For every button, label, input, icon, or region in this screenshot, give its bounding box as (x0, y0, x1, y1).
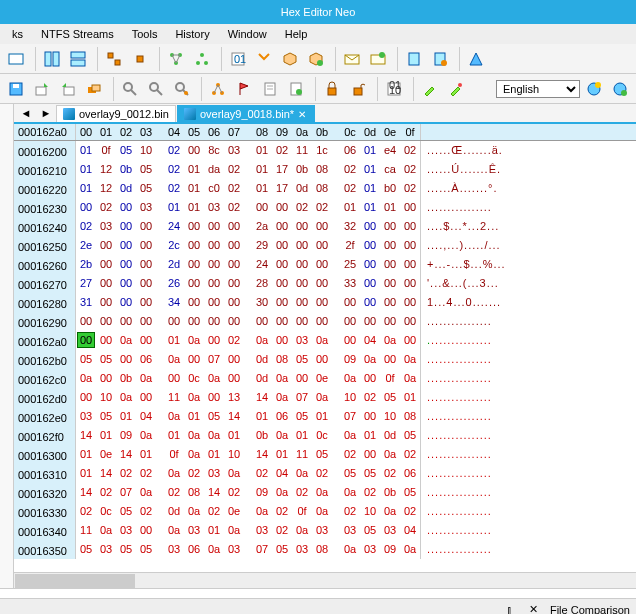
byte-cell[interactable]: 0a (312, 483, 332, 502)
wrench-icon[interactable] (252, 47, 276, 71)
hex-row[interactable]: 000162502e0000002c000000290000002f000000… (14, 236, 636, 255)
byte-cell[interactable]: 05 (292, 350, 312, 369)
byte-cell[interactable]: 00 (312, 312, 332, 331)
byte-cell[interactable]: 00 (204, 312, 224, 331)
byte-cell[interactable]: 0a (116, 388, 136, 407)
byte-cell[interactable]: 02 (400, 179, 420, 198)
byte-cell[interactable]: 00 (360, 407, 380, 426)
byte-cell[interactable]: 01 (292, 426, 312, 445)
window-tile-icon[interactable] (40, 47, 64, 71)
byte-cell[interactable]: 14 (204, 483, 224, 502)
byte-cell[interactable]: 0b (292, 160, 312, 179)
byte-cell[interactable]: 02 (272, 521, 292, 540)
language-select[interactable]: English (496, 80, 580, 98)
byte-cell[interactable]: 02 (292, 198, 312, 217)
byte-cell[interactable]: 06 (136, 350, 156, 369)
byte-cell[interactable]: 05 (292, 407, 312, 426)
binary-icon[interactable]: 01 (226, 47, 250, 71)
hex-row[interactable]: 0001623000020003010103020000020201010100… (14, 198, 636, 217)
byte-cell[interactable]: 03 (252, 521, 272, 540)
menu-item[interactable]: ks (4, 26, 31, 42)
byte-cell[interactable]: 02 (116, 464, 136, 483)
byte-cell[interactable]: 00 (76, 312, 96, 331)
byte-cell[interactable]: 00 (136, 388, 156, 407)
byte-cell[interactable]: 0a (136, 483, 156, 502)
byte-cell[interactable]: 0a (312, 502, 332, 521)
box-icon[interactable] (304, 47, 328, 71)
byte-cell[interactable]: 12 (96, 160, 116, 179)
byte-cell[interactable]: 03 (292, 540, 312, 559)
byte-cell[interactable]: 03 (224, 141, 244, 160)
byte-cell[interactable]: 00 (292, 236, 312, 255)
binary-view-icon[interactable]: 011101 (382, 77, 406, 101)
byte-cell[interactable]: 0a (224, 464, 244, 483)
byte-cell[interactable]: 0a (312, 331, 332, 350)
byte-cell[interactable]: 02 (340, 445, 360, 464)
byte-cell[interactable]: 0a (224, 521, 244, 540)
byte-cell[interactable]: 00 (164, 312, 184, 331)
byte-cell[interactable]: 00 (136, 236, 156, 255)
byte-cell[interactable]: 04 (400, 521, 420, 540)
byte-cell[interactable]: 05 (136, 540, 156, 559)
close-icon[interactable]: ✕ (298, 109, 308, 120)
byte-cell[interactable]: 00 (340, 312, 360, 331)
byte-cell[interactable]: 01 (136, 445, 156, 464)
byte-cell[interactable]: 0d (292, 179, 312, 198)
byte-cell[interactable]: 00 (204, 388, 224, 407)
byte-cell[interactable]: 05 (76, 540, 96, 559)
byte-cell[interactable]: 00 (272, 331, 292, 350)
hex-row[interactable]: 00016340110a03000a03010a03020a0303050304… (14, 521, 636, 540)
byte-cell[interactable]: 01 (360, 160, 380, 179)
byte-cell[interactable]: 03 (76, 407, 96, 426)
byte-cell[interactable]: 0a (136, 426, 156, 445)
byte-cell[interactable]: 01 (252, 407, 272, 426)
byte-cell[interactable]: 02 (400, 141, 420, 160)
hex-row[interactable]: 0001628031000000340000003000000000000000… (14, 293, 636, 312)
byte-cell[interactable]: 00 (272, 312, 292, 331)
byte-cell[interactable]: 00 (224, 350, 244, 369)
box-icon[interactable] (278, 47, 302, 71)
byte-cell[interactable]: 02 (400, 445, 420, 464)
byte-cell[interactable]: 10 (380, 407, 400, 426)
byte-cell[interactable]: 00 (312, 274, 332, 293)
byte-cell[interactable]: 00 (224, 274, 244, 293)
byte-cell[interactable]: 00 (292, 369, 312, 388)
byte-cell[interactable]: 28 (252, 274, 272, 293)
byte-cell[interactable]: 00 (224, 369, 244, 388)
byte-cell[interactable]: 01 (340, 198, 360, 217)
byte-cell[interactable]: 01 (96, 426, 116, 445)
byte-cell[interactable]: 00 (96, 236, 116, 255)
byte-cell[interactable]: 0c (96, 502, 116, 521)
byte-cell[interactable]: 00 (184, 141, 204, 160)
byte-cell[interactable]: 27 (76, 274, 96, 293)
export-icon[interactable] (30, 77, 54, 101)
hex-row[interactable]: 000163201402070a02081402090a020a0a020b05… (14, 483, 636, 502)
byte-cell[interactable]: 2e (76, 236, 96, 255)
byte-cell[interactable]: 05 (340, 464, 360, 483)
byte-cell[interactable]: 00 (400, 217, 420, 236)
byte-cell[interactable]: 00 (400, 331, 420, 350)
byte-cell[interactable]: 02 (164, 179, 184, 198)
byte-cell[interactable]: 00 (400, 255, 420, 274)
byte-cell[interactable]: 14 (252, 445, 272, 464)
byte-cell[interactable]: 00 (272, 255, 292, 274)
byte-cell[interactable]: 01 (272, 445, 292, 464)
byte-cell[interactable]: 14 (96, 464, 116, 483)
byte-cell[interactable]: 01 (400, 388, 420, 407)
byte-cell[interactable]: 0a (272, 388, 292, 407)
byte-cell[interactable]: 0d (380, 426, 400, 445)
byte-cell[interactable]: 08 (400, 407, 420, 426)
byte-cell[interactable]: 01 (312, 407, 332, 426)
byte-cell[interactable]: 01 (380, 198, 400, 217)
byte-cell[interactable]: 00 (184, 312, 204, 331)
byte-cell[interactable]: 09 (380, 540, 400, 559)
byte-cell[interactable]: 2c (164, 236, 184, 255)
byte-cell[interactable]: 02 (292, 483, 312, 502)
byte-cell[interactable]: 00 (224, 312, 244, 331)
byte-cell[interactable]: 11 (292, 141, 312, 160)
byte-cell[interactable]: 02 (224, 198, 244, 217)
byte-cell[interactable]: 03 (184, 521, 204, 540)
byte-cell[interactable]: 0a (252, 331, 272, 350)
byte-cell[interactable]: 00 (272, 236, 292, 255)
byte-cell[interactable]: 02 (272, 141, 292, 160)
